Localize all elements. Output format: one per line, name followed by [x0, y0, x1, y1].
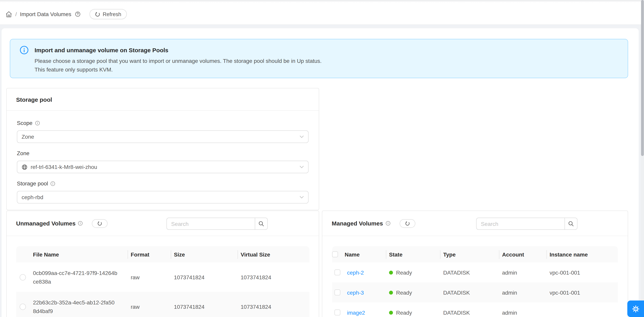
- status-dot: [389, 290, 393, 294]
- top-bar: / Import Data Volumes Refresh: [0, 0, 644, 25]
- pool-label: Storage pool: [17, 179, 308, 187]
- storage-pool-form: Scope Zone Zone: [7, 111, 319, 203]
- breadcrumb-separator: /: [15, 11, 17, 17]
- scrollbar-thumb[interactable]: [641, 0, 644, 156]
- managed-search-button[interactable]: [564, 218, 578, 230]
- breadcrumb: / Import Data Volumes Refresh: [6, 8, 127, 20]
- managed-table-body: ceph-2 Ready DATADISK admin vpc-001-001: [332, 262, 618, 317]
- settings-button[interactable]: [627, 300, 644, 317]
- state: Ready: [396, 269, 412, 275]
- scope-select[interactable]: Zone: [17, 130, 308, 143]
- alert-description-line1: Please choose a storage pool that you wa…: [34, 57, 618, 65]
- unmanaged-table-body: 0cb099aa-cc7e-4721-97f9-14264bce838a raw…: [16, 262, 309, 317]
- managed-volumes-title: Managed Volumes: [332, 220, 383, 227]
- format: raw: [128, 303, 171, 310]
- managed-volumes-card: Managed Volumes: [322, 211, 628, 317]
- pool-select-value: ceph-rbd: [22, 194, 44, 200]
- scope-info-icon[interactable]: [35, 120, 40, 126]
- managed-volumes-header: Managed Volumes: [322, 211, 628, 236]
- account: admin: [499, 309, 546, 316]
- table-row[interactable]: image2 Ready DATADISK admin: [332, 302, 618, 317]
- column-header-state[interactable]: State: [386, 251, 440, 257]
- volume-name-link[interactable]: ceph-2: [347, 269, 364, 275]
- reload-icon: [95, 12, 100, 17]
- column-header-instance-name[interactable]: Instance name: [546, 251, 619, 257]
- info-circle-icon: [20, 46, 29, 55]
- file-name: 0cb099aa-cc7e-4721-97f9-14264bce838a: [33, 268, 118, 286]
- row-checkbox[interactable]: [334, 309, 340, 315]
- zone-label: Zone: [17, 149, 308, 157]
- table-row[interactable]: ceph-2 Ready DATADISK admin vpc-001-001: [332, 262, 618, 282]
- size: 1073741824: [171, 274, 238, 280]
- select-all-checkbox[interactable]: [332, 251, 338, 257]
- managed-search: [476, 218, 578, 230]
- page: / Import Data Volumes Refresh: [0, 0, 644, 317]
- row-radio[interactable]: [20, 274, 26, 280]
- instance-name: vpc-001-001: [546, 269, 619, 275]
- virtual-size: 1073741824: [238, 303, 310, 310]
- column-header-name[interactable]: Name: [345, 251, 360, 257]
- row-radio[interactable]: [20, 303, 26, 310]
- table-row[interactable]: 0cb099aa-cc7e-4721-97f9-14264bce838a raw…: [16, 262, 309, 292]
- type: DATADISK: [440, 289, 499, 295]
- status-dot: [389, 270, 393, 274]
- scope-select-value: Zone: [22, 134, 34, 140]
- gear-icon: [632, 305, 640, 313]
- state: Ready: [396, 289, 412, 295]
- zone-select[interactable]: ref-trl-6341-k-Mr8-wei-zhou: [17, 161, 308, 173]
- account: admin: [499, 289, 546, 295]
- row-checkbox[interactable]: [334, 269, 340, 275]
- column-header-virtual-size[interactable]: Virtual Size: [238, 251, 310, 257]
- column-header-type[interactable]: Type: [440, 251, 499, 257]
- row-checkbox[interactable]: [334, 289, 340, 295]
- managed-refresh-button[interactable]: [400, 219, 415, 228]
- column-header-file-name[interactable]: File Name: [16, 251, 128, 257]
- search-icon: [258, 221, 264, 227]
- status-dot: [389, 310, 393, 314]
- page-scrollbar: [641, 0, 644, 317]
- format: raw: [128, 274, 171, 280]
- table-row[interactable]: ceph-3 Ready DATADISK admin vpc-001-001: [332, 282, 618, 302]
- unmanaged-search-input[interactable]: [166, 218, 255, 230]
- volume-name-link[interactable]: image2: [347, 309, 365, 316]
- storage-pool-card: Storage pool Scope Zone Zone: [6, 88, 319, 210]
- pool-select[interactable]: ceph-rbd: [17, 191, 308, 203]
- refresh-button[interactable]: Refresh: [89, 9, 127, 19]
- alert-description-line2: This feature only supports KVM.: [34, 65, 618, 74]
- reload-icon: [405, 221, 410, 226]
- unmanaged-volumes-title: Unmanaged Volumes: [16, 220, 76, 227]
- unmanaged-search-button[interactable]: [255, 218, 268, 230]
- globe-icon: [22, 164, 28, 170]
- zone-select-value: ref-trl-6341-k-Mr8-wei-zhou: [30, 164, 97, 170]
- help-icon[interactable]: [75, 12, 80, 17]
- storage-pool-card-title: Storage pool: [16, 96, 52, 103]
- type: DATADISK: [440, 269, 499, 275]
- storage-pool-card-header: Storage pool: [7, 88, 319, 111]
- top-shadow: [0, 0, 644, 2]
- instance-name: vpc-001-001: [546, 289, 619, 295]
- pool-info-icon[interactable]: [50, 181, 56, 186]
- unmanaged-info-icon[interactable]: [78, 221, 83, 226]
- unmanaged-refresh-button[interactable]: [92, 219, 108, 228]
- chevron-down-icon: [300, 165, 304, 169]
- main-content: Import and unmanage volume on Storage Po…: [2, 28, 638, 317]
- unmanaged-table-header: File Name Format Size Virtual Size: [16, 246, 309, 262]
- alert-title: Import and unmanage volume on Storage Po…: [34, 46, 618, 55]
- managed-search-input[interactable]: [476, 218, 564, 230]
- table-row[interactable]: 22b63c2b-352a-4ec5-ab12-2fa508d4baf9 raw…: [16, 292, 309, 317]
- managed-table-header: Name State Type Account Instance name: [332, 246, 618, 262]
- chevron-down-icon: [300, 196, 304, 199]
- column-header-size[interactable]: Size: [171, 251, 238, 257]
- home-icon[interactable]: [6, 11, 12, 18]
- type: DATADISK: [440, 309, 499, 316]
- file-name: 22b63c2b-352a-4ec5-ab12-2fa508d4baf9: [33, 298, 118, 315]
- unmanaged-table: File Name Format Size Virtual Size 0cb09…: [16, 246, 309, 317]
- info-alert: Import and unmanage volume on Storage Po…: [10, 39, 628, 78]
- size: 1073741824: [171, 303, 238, 310]
- column-header-format[interactable]: Format: [128, 251, 171, 257]
- volume-name-link[interactable]: ceph-3: [347, 289, 364, 295]
- virtual-size: 1073741824: [238, 274, 310, 280]
- unmanaged-search: [166, 218, 268, 230]
- managed-info-icon[interactable]: [385, 221, 390, 226]
- column-header-account[interactable]: Account: [499, 251, 546, 257]
